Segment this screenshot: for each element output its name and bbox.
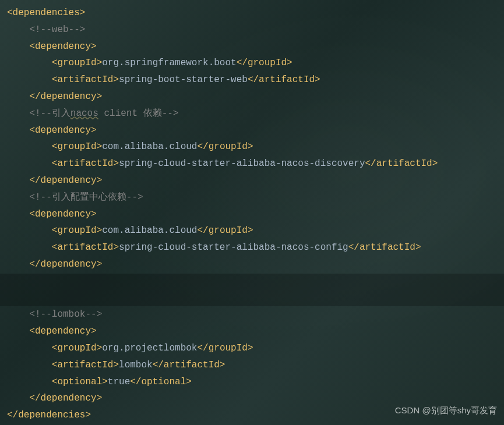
code-block: <dependencies> <!--web--> <dependency> <…: [0, 0, 504, 424]
dependencies-open: <dependencies>: [7, 5, 504, 22]
dependency-close: </dependency>: [7, 172, 504, 189]
blank-line: [7, 273, 504, 290]
dependency-open: <dependency>: [7, 206, 504, 223]
dependency-open: <dependency>: [7, 122, 504, 139]
group-id-line: <groupId>com.alibaba.cloud</groupId>: [7, 139, 504, 155]
group-id-line: <groupId>org.projectlombok</groupId>: [7, 340, 504, 357]
group-id-line: <groupId>org.springframework.boot</group…: [7, 55, 504, 72]
artifact-id-line: <artifactId>spring-boot-starter-web</art…: [7, 72, 504, 88]
dependency-close: </dependency>: [7, 256, 504, 273]
comment-nacos: <!--引入nacos client 依赖-->: [7, 105, 504, 122]
artifact-id-line: <artifactId>spring-cloud-starter-alibaba…: [7, 239, 504, 256]
comment-config: <!--引入配置中心依赖-->: [7, 189, 504, 206]
comment-web: <!--web-->: [7, 22, 504, 38]
optional-line: <optional>true</optional>: [7, 374, 504, 391]
blank-line: [7, 290, 504, 307]
dependency-open: <dependency>: [7, 323, 504, 340]
dependency-open: <dependency>: [7, 38, 504, 55]
artifact-id-line: <artifactId>lombok</artifactId>: [7, 357, 504, 374]
comment-lombok: <!--lombok-->: [7, 306, 504, 323]
group-id-line: <groupId>com.alibaba.cloud</groupId>: [7, 222, 504, 239]
watermark-text: CSDN @别团等shy哥发育: [395, 402, 497, 419]
dependency-close: </dependency>: [7, 88, 504, 105]
artifact-id-line: <artifactId>spring-cloud-starter-alibaba…: [7, 155, 504, 172]
